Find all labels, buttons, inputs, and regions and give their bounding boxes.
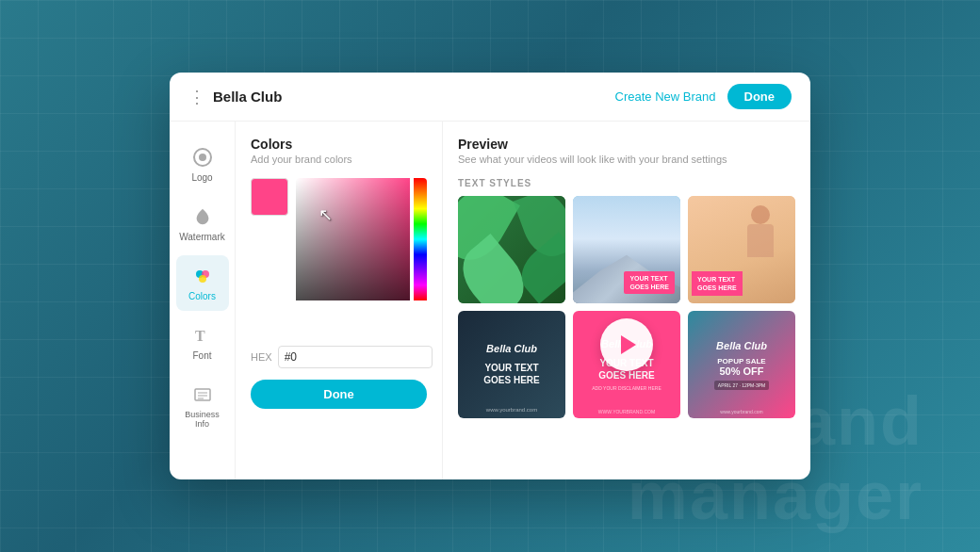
card-body: Logo Watermark [170, 122, 810, 479]
sidebar-font-label: Font [192, 350, 211, 361]
header-left: ⋮ Bella Club [188, 87, 282, 107]
preview-text-woman: YOUR TEXTGOES HERE [692, 271, 743, 296]
play-button[interactable] [600, 318, 653, 371]
preview-text-mountain: YOUR TEXTGOES HERE [624, 271, 675, 294]
sidebar-item-logo[interactable]: Logo [176, 137, 229, 192]
colors-done-button[interactable]: Done [251, 380, 427, 409]
svg-point-1 [199, 154, 206, 161]
logo-icon [191, 146, 214, 169]
sidebar-colors-label: Colors [188, 291, 216, 301]
hue-bar[interactable] [414, 178, 427, 300]
hex-label: HEX [251, 351, 272, 363]
preview-grid: YOUR TEXTGOES HERE YOUR TEXTGOES HERE [458, 196, 795, 418]
header-right: Create New Brand Done [615, 84, 792, 109]
watermark-icon [191, 205, 214, 228]
popup-website: www.yourbrand.com [720, 409, 762, 414]
sidebar-item-business[interactable]: Business Info [176, 374, 229, 438]
sidebar-watermark-label: Watermark [179, 232, 225, 242]
popup-card-content: Bella Club POPUP SALE 50% OFF APRIL 27 ·… [688, 311, 795, 418]
sidebar-logo-label: Logo [191, 172, 212, 183]
header-done-button[interactable]: Done [727, 84, 792, 109]
popup-sale-title: POPUP SALE [717, 357, 765, 365]
preview-card-tropical[interactable] [458, 196, 565, 303]
sidebar-business-label: Business Info [184, 410, 221, 429]
svg-text:T: T [195, 328, 205, 344]
font-icon: T [191, 324, 214, 347]
preview-card-popup[interactable]: Bella Club POPUP SALE 50% OFF APRIL 27 ·… [688, 311, 795, 418]
color-picker-box[interactable]: ↖ [296, 178, 427, 329]
pink-website: WWW.YOURBRAND.COM [598, 409, 655, 414]
brand-title: Bella Club [213, 89, 282, 105]
dark-card-text: YOUR TEXTGOES HERE [483, 362, 539, 386]
preview-title: Preview [458, 137, 795, 152]
colors-icon [191, 265, 214, 287]
popup-date: APRIL 27 · 12PM-3PM [714, 381, 769, 390]
color-swatch[interactable] [251, 178, 288, 216]
preview-card-woman[interactable]: YOUR TEXTGOES HERE [688, 196, 795, 303]
preview-subtitle: See what your videos will look like with… [458, 154, 795, 165]
sidebar-item-watermark[interactable]: Watermark [176, 196, 229, 252]
preview-panel: Preview See what your videos will look l… [443, 122, 810, 479]
text-styles-label: TEXT STYLES [458, 178, 795, 188]
card-header: ⋮ Bella Club Create New Brand Done [170, 73, 810, 122]
bella-logo-dark: Bella Club [486, 343, 537, 354]
popup-percent: 50% OFF [719, 365, 763, 377]
create-brand-link[interactable]: Create New Brand [615, 89, 716, 104]
dark-website: www.yourbrand.com [486, 407, 537, 413]
sidebar-item-colors[interactable]: Colors [176, 255, 229, 311]
cursor-indicator: ↖ [318, 204, 333, 225]
tropical-background [458, 196, 565, 303]
play-icon [621, 335, 636, 354]
colors-title: Colors [251, 137, 427, 152]
sidebar: Logo Watermark [170, 122, 236, 479]
brand-manager-card: ⋮ Bella Club Create New Brand Done Logo [170, 73, 810, 479]
hex-input[interactable] [278, 346, 433, 368]
colors-subtitle: Add your brand colors [251, 154, 427, 165]
menu-dots-icon[interactable]: ⋮ [188, 87, 205, 107]
dark-card-content: Bella Club YOUR TEXTGOES HERE www.yourbr… [458, 311, 565, 418]
color-picker-area: ↖ [251, 178, 427, 329]
preview-card-mountain[interactable]: YOUR TEXTGOES HERE [573, 196, 680, 303]
bella-logo-popup: Bella Club [716, 340, 767, 351]
color-gradient[interactable]: ↖ [296, 178, 410, 300]
svg-point-4 [199, 275, 206, 283]
pink-disclaimer: ADD YOUR DISCLAIMER HERE [592, 385, 662, 391]
business-icon [191, 383, 214, 406]
preview-card-dark[interactable]: Bella Club YOUR TEXTGOES HERE www.yourbr… [458, 311, 565, 418]
sidebar-item-font[interactable]: T Font [176, 315, 229, 370]
colors-panel: Colors Add your brand colors ↖ [236, 122, 443, 479]
hex-row: HEX [251, 346, 427, 368]
